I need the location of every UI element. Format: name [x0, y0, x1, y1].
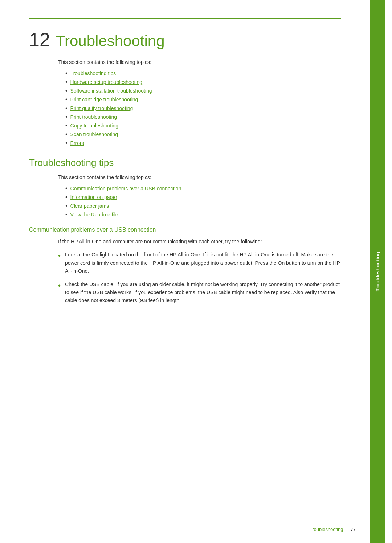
usb-bullet-item-2: • Check the USB cable. If you are using … [58, 280, 341, 305]
tips-link-usb[interactable]: Communication problems over a USB connec… [70, 186, 181, 191]
tips-section: Troubleshooting tips This section contai… [29, 157, 341, 218]
toc-link-software[interactable]: Software installation troubleshooting [70, 88, 152, 94]
toc-item: Print troubleshooting [65, 114, 341, 120]
usb-bullet-text-2: Check the USB cable. If you are using an… [65, 280, 341, 305]
footer-page-number: 77 [351, 527, 356, 532]
tips-link-paper[interactable]: Information on paper [70, 194, 117, 200]
toc-item: Scan troubleshooting [65, 131, 341, 138]
sidebar-tab: Troubleshooting [370, 0, 385, 543]
toc-link-print-quality[interactable]: Print quality troubleshooting [70, 105, 133, 111]
tips-intro-text: This section contains the following topi… [58, 174, 341, 180]
footer-content: Troubleshooting 77 [310, 527, 356, 532]
page-footer: Troubleshooting 77 [0, 527, 377, 532]
usb-bullet-item-1: • Look at the On light located on the fr… [58, 251, 341, 275]
usb-bullet-list: • Look at the On light located on the fr… [58, 251, 341, 304]
bullet-icon: • [58, 250, 61, 275]
toc-link-scan[interactable]: Scan troubleshooting [70, 131, 118, 137]
toc-link-cartridge[interactable]: Print cartridge troubleshooting [70, 97, 138, 102]
usb-intro-text: If the HP All-in-One and computer are no… [58, 238, 341, 246]
toc-item: Print cartridge troubleshooting [65, 96, 341, 103]
tips-link-readme[interactable]: View the Readme file [70, 212, 118, 218]
tips-section-title: Troubleshooting tips [29, 157, 341, 169]
usb-bullet-text-1: Look at the On light located on the fron… [65, 251, 341, 275]
toc-item: Software installation troubleshooting [65, 88, 341, 94]
tips-list: Communication problems over a USB connec… [65, 185, 341, 218]
tips-link-paperjams[interactable]: Clear paper jams [70, 203, 109, 209]
chapter-title: 12 Troubleshooting [29, 18, 341, 52]
tips-list-item: Communication problems over a USB connec… [65, 185, 341, 192]
toc-item: Errors [65, 140, 341, 146]
toc-link-tips[interactable]: Troubleshooting tips [70, 70, 116, 76]
chapter-number: 12 [29, 30, 50, 49]
tips-list-item: Information on paper [65, 194, 341, 200]
chapter-intro-text: This section contains the following topi… [58, 59, 341, 65]
toc-link-copy[interactable]: Copy troubleshooting [70, 123, 118, 129]
toc-item: Hardware setup troubleshooting [65, 79, 341, 85]
chapter-name: Troubleshooting [56, 33, 165, 49]
footer-chapter-label: Troubleshooting [310, 527, 343, 532]
bullet-icon: • [58, 280, 61, 305]
sidebar-tab-label: Troubleshooting [375, 252, 380, 291]
toc-item: Print quality troubleshooting [65, 105, 341, 112]
usb-section-title: Communication problems over a USB connec… [29, 227, 341, 233]
toc-link-print[interactable]: Print troubleshooting [70, 114, 117, 120]
toc-link-hardware[interactable]: Hardware setup troubleshooting [70, 79, 142, 85]
toc-link-errors[interactable]: Errors [70, 140, 84, 146]
toc-item: Copy troubleshooting [65, 122, 341, 129]
tips-list-item: View the Readme file [65, 211, 341, 218]
toc-list: Troubleshooting tips Hardware setup trou… [65, 70, 341, 146]
toc-item: Troubleshooting tips [65, 70, 341, 77]
usb-section: Communication problems over a USB connec… [29, 227, 341, 305]
tips-list-item: Clear paper jams [65, 203, 341, 209]
